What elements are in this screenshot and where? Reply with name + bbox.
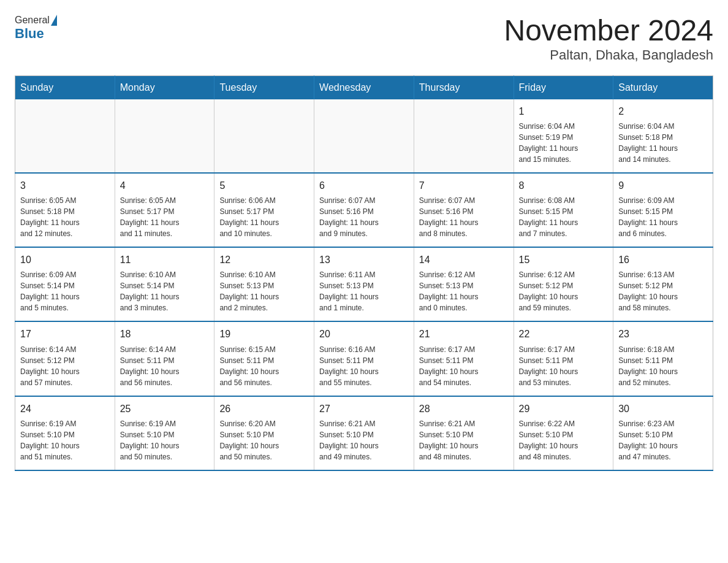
day-info: Sunrise: 6:08 AMSunset: 5:15 PMDaylight:…: [519, 195, 609, 239]
calendar-cell: [115, 99, 214, 173]
calendar-week-1: 1Sunrise: 6:04 AMSunset: 5:19 PMDaylight…: [15, 99, 713, 173]
calendar-cell: 21Sunrise: 6:17 AMSunset: 5:11 PMDayligh…: [414, 321, 514, 396]
calendar-cell: 19Sunrise: 6:15 AMSunset: 5:11 PMDayligh…: [214, 321, 314, 396]
day-info: Sunrise: 6:11 AMSunset: 5:13 PMDaylight:…: [319, 269, 409, 313]
calendar-cell: 28Sunrise: 6:21 AMSunset: 5:10 PMDayligh…: [414, 396, 514, 470]
day-number: 13: [319, 253, 409, 267]
calendar-cell: 10Sunrise: 6:09 AMSunset: 5:14 PMDayligh…: [15, 247, 115, 321]
day-info: Sunrise: 6:12 AMSunset: 5:12 PMDaylight:…: [519, 269, 609, 313]
day-number: 26: [219, 402, 309, 416]
day-number: 6: [319, 178, 409, 193]
calendar-cell: [314, 99, 414, 173]
day-number: 16: [618, 253, 708, 267]
calendar-week-2: 3Sunrise: 6:05 AMSunset: 5:18 PMDaylight…: [15, 173, 713, 247]
calendar-week-3: 10Sunrise: 6:09 AMSunset: 5:14 PMDayligh…: [15, 247, 713, 321]
calendar-cell: 25Sunrise: 6:19 AMSunset: 5:10 PMDayligh…: [115, 396, 214, 470]
calendar-title: November 2024: [504, 15, 713, 47]
weekday-header-row: SundayMondayTuesdayWednesdayThursdayFrid…: [15, 75, 713, 99]
calendar-cell: 18Sunrise: 6:14 AMSunset: 5:11 PMDayligh…: [115, 321, 214, 396]
weekday-header-monday: Monday: [115, 75, 214, 99]
day-number: 30: [618, 402, 708, 416]
calendar-cell: 15Sunrise: 6:12 AMSunset: 5:12 PMDayligh…: [514, 247, 613, 321]
day-info: Sunrise: 6:09 AMSunset: 5:14 PMDaylight:…: [20, 269, 110, 313]
day-info: Sunrise: 6:10 AMSunset: 5:14 PMDaylight:…: [120, 269, 210, 313]
day-info: Sunrise: 6:15 AMSunset: 5:11 PMDaylight:…: [219, 344, 309, 388]
calendar-cell: 14Sunrise: 6:12 AMSunset: 5:13 PMDayligh…: [414, 247, 514, 321]
day-info: Sunrise: 6:17 AMSunset: 5:11 PMDaylight:…: [519, 344, 609, 388]
day-info: Sunrise: 6:19 AMSunset: 5:10 PMDaylight:…: [120, 418, 210, 462]
calendar-week-4: 17Sunrise: 6:14 AMSunset: 5:12 PMDayligh…: [15, 321, 713, 396]
day-info: Sunrise: 6:23 AMSunset: 5:10 PMDaylight:…: [618, 418, 708, 462]
day-info: Sunrise: 6:17 AMSunset: 5:11 PMDaylight:…: [419, 344, 509, 388]
weekday-header-friday: Friday: [514, 75, 613, 99]
day-number: 10: [20, 253, 110, 267]
calendar-cell: 16Sunrise: 6:13 AMSunset: 5:12 PMDayligh…: [613, 247, 713, 321]
day-number: 22: [519, 327, 609, 341]
calendar-header: SundayMondayTuesdayWednesdayThursdayFrid…: [15, 75, 713, 99]
day-info: Sunrise: 6:21 AMSunset: 5:10 PMDaylight:…: [319, 418, 409, 462]
day-number: 21: [419, 327, 509, 341]
title-block: November 2024 Paltan, Dhaka, Bangladesh: [504, 15, 713, 63]
day-number: 25: [120, 402, 210, 416]
calendar-cell: 5Sunrise: 6:06 AMSunset: 5:17 PMDaylight…: [214, 173, 314, 247]
weekday-header-sunday: Sunday: [15, 75, 115, 99]
day-info: Sunrise: 6:07 AMSunset: 5:16 PMDaylight:…: [319, 195, 409, 239]
calendar-cell: 29Sunrise: 6:22 AMSunset: 5:10 PMDayligh…: [514, 396, 613, 470]
day-number: 7: [419, 178, 509, 193]
day-info: Sunrise: 6:19 AMSunset: 5:10 PMDaylight:…: [20, 418, 110, 462]
calendar-cell: 3Sunrise: 6:05 AMSunset: 5:18 PMDaylight…: [15, 173, 115, 247]
calendar-cell: 1Sunrise: 6:04 AMSunset: 5:19 PMDaylight…: [514, 99, 613, 173]
day-number: 20: [319, 327, 409, 341]
day-info: Sunrise: 6:04 AMSunset: 5:19 PMDaylight:…: [519, 121, 609, 165]
day-info: Sunrise: 6:04 AMSunset: 5:18 PMDaylight:…: [618, 121, 708, 165]
day-number: 19: [219, 327, 309, 341]
day-number: 27: [319, 402, 409, 416]
day-number: 24: [20, 402, 110, 416]
day-info: Sunrise: 6:09 AMSunset: 5:15 PMDaylight:…: [618, 195, 708, 239]
calendar-cell: 8Sunrise: 6:08 AMSunset: 5:15 PMDaylight…: [514, 173, 613, 247]
calendar-subtitle: Paltan, Dhaka, Bangladesh: [504, 47, 713, 63]
day-number: 8: [519, 178, 609, 193]
day-info: Sunrise: 6:12 AMSunset: 5:13 PMDaylight:…: [419, 269, 509, 313]
calendar-table: SundayMondayTuesdayWednesdayThursdayFrid…: [15, 75, 713, 471]
calendar-cell: [214, 99, 314, 173]
day-number: 17: [20, 327, 110, 341]
day-number: 4: [120, 178, 210, 193]
calendar-cell: 9Sunrise: 6:09 AMSunset: 5:15 PMDaylight…: [613, 173, 713, 247]
calendar-cell: [15, 99, 115, 173]
day-info: Sunrise: 6:21 AMSunset: 5:10 PMDaylight:…: [419, 418, 509, 462]
calendar-cell: 17Sunrise: 6:14 AMSunset: 5:12 PMDayligh…: [15, 321, 115, 396]
calendar-cell: 4Sunrise: 6:05 AMSunset: 5:17 PMDaylight…: [115, 173, 214, 247]
day-number: 28: [419, 402, 509, 416]
day-info: Sunrise: 6:20 AMSunset: 5:10 PMDaylight:…: [219, 418, 309, 462]
weekday-header-tuesday: Tuesday: [214, 75, 314, 99]
logo-triangle-icon: [51, 15, 57, 26]
calendar-cell: 7Sunrise: 6:07 AMSunset: 5:16 PMDaylight…: [414, 173, 514, 247]
calendar-cell: [414, 99, 514, 173]
day-number: 18: [120, 327, 210, 341]
weekday-header-thursday: Thursday: [414, 75, 514, 99]
calendar-cell: 22Sunrise: 6:17 AMSunset: 5:11 PMDayligh…: [514, 321, 613, 396]
calendar-cell: 11Sunrise: 6:10 AMSunset: 5:14 PMDayligh…: [115, 247, 214, 321]
logo-general-text: General: [15, 15, 50, 26]
calendar-body: 1Sunrise: 6:04 AMSunset: 5:19 PMDaylight…: [15, 99, 713, 470]
day-number: 2: [618, 104, 708, 118]
weekday-header-wednesday: Wednesday: [314, 75, 414, 99]
day-number: 9: [618, 178, 708, 193]
day-info: Sunrise: 6:16 AMSunset: 5:11 PMDaylight:…: [319, 344, 409, 388]
calendar-cell: 24Sunrise: 6:19 AMSunset: 5:10 PMDayligh…: [15, 396, 115, 470]
page-header: General Blue November 2024 Paltan, Dhaka…: [15, 15, 713, 63]
day-info: Sunrise: 6:14 AMSunset: 5:11 PMDaylight:…: [120, 344, 210, 388]
day-number: 15: [519, 253, 609, 267]
weekday-header-saturday: Saturday: [613, 75, 713, 99]
calendar-cell: 30Sunrise: 6:23 AMSunset: 5:10 PMDayligh…: [613, 396, 713, 470]
day-number: 14: [419, 253, 509, 267]
day-number: 5: [219, 178, 309, 193]
calendar-cell: 27Sunrise: 6:21 AMSunset: 5:10 PMDayligh…: [314, 396, 414, 470]
day-number: 11: [120, 253, 210, 267]
day-info: Sunrise: 6:14 AMSunset: 5:12 PMDaylight:…: [20, 344, 110, 388]
day-number: 1: [519, 104, 609, 118]
calendar-week-5: 24Sunrise: 6:19 AMSunset: 5:10 PMDayligh…: [15, 396, 713, 470]
logo: General Blue: [15, 15, 58, 42]
day-number: 12: [219, 253, 309, 267]
